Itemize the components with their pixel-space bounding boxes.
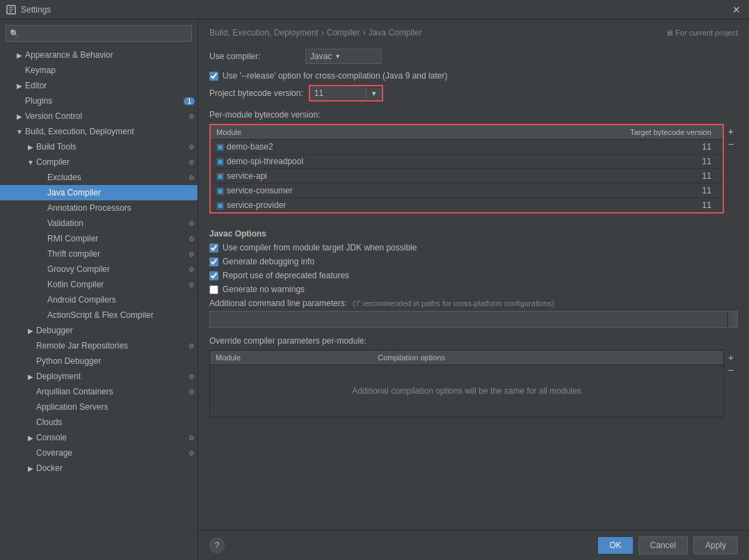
add-override-button[interactable]: + bbox=[725, 351, 736, 364]
sidebar-item-thrift[interactable]: Thrift compiler ⚙ bbox=[0, 246, 198, 262]
module-table-container: Module Target bytecode version ▣demo-bas… bbox=[209, 124, 724, 214]
sidebar-item-android[interactable]: Android Compilers bbox=[0, 292, 198, 307]
close-button[interactable]: ✕ bbox=[730, 3, 743, 17]
search-icon: 🔍 bbox=[10, 29, 19, 38]
sidebar-item-deployment[interactable]: ▶ Deployment ⚙ bbox=[0, 369, 198, 384]
release-label: Use '--release' option for cross-compila… bbox=[223, 71, 447, 81]
debug-label: Generate debugging info bbox=[223, 257, 314, 266]
module-version: 11 bbox=[467, 184, 723, 198]
module-icon: ▣ bbox=[216, 157, 224, 166]
table-row: ▣demo-spi-threadpool 11 bbox=[211, 154, 723, 169]
sidebar-item-validation[interactable]: Validation ⚙ bbox=[0, 216, 198, 231]
sidebar-item-java-compiler[interactable]: Java Compiler ⚙ bbox=[0, 185, 198, 200]
spacer bbox=[36, 310, 47, 321]
arrow-icon: ▶ bbox=[25, 371, 36, 382]
module-name: ▣service-api bbox=[211, 169, 467, 184]
override-label: Override compiler parameters per-module: bbox=[209, 336, 738, 346]
sidebar-item-remote-jar[interactable]: Remote Jar Repositories ⚙ bbox=[0, 338, 198, 353]
spacer bbox=[25, 417, 36, 428]
arrow-icon: ▶ bbox=[25, 463, 36, 474]
compiler-dropdown[interactable]: Javac ▼ bbox=[305, 49, 382, 64]
cmdline-row: Additional command line parameters: ('/'… bbox=[209, 298, 738, 308]
breadcrumb-sep1: › bbox=[321, 28, 324, 38]
config-icon: ⚙ bbox=[188, 235, 195, 243]
release-checkbox[interactable] bbox=[209, 72, 218, 81]
arrow-icon: ▶ bbox=[14, 80, 25, 91]
remove-module-button[interactable]: − bbox=[725, 138, 736, 150]
deprecated-checkbox[interactable] bbox=[209, 271, 218, 280]
module-version: 11 bbox=[467, 140, 723, 154]
module-table-wrapper: Module Target bytecode version ▣demo-bas… bbox=[209, 124, 738, 222]
sidebar: 🔍 ▶ Appearance & Behavior Keymap ▶ Edito… bbox=[0, 19, 198, 560]
cmdline-label: Additional command line parameters: bbox=[209, 298, 347, 308]
sidebar-item-compiler[interactable]: ▼ Compiler ⚙ bbox=[0, 154, 198, 170]
ok-button[interactable]: OK bbox=[598, 537, 632, 554]
sidebar-item-docker[interactable]: ▶ Docker bbox=[0, 461, 198, 476]
config-icon: ⚙ bbox=[188, 434, 195, 442]
help-button[interactable]: ? bbox=[209, 538, 225, 553]
sidebar-item-appearance[interactable]: ▶ Appearance & Behavior bbox=[0, 47, 198, 63]
add-module-button[interactable]: + bbox=[725, 125, 736, 138]
sidebar-item-coverage[interactable]: Coverage ⚙ bbox=[0, 445, 198, 461]
no-warnings-checkbox[interactable] bbox=[209, 285, 218, 294]
spacer bbox=[36, 187, 47, 198]
module-table: Module Target bytecode version ▣demo-bas… bbox=[211, 125, 723, 212]
config-icon: ⚙ bbox=[188, 449, 195, 457]
cmdline-input[interactable] bbox=[210, 312, 727, 327]
sidebar-item-excludes[interactable]: Excludes ⚙ bbox=[0, 170, 198, 185]
breadcrumb-project: 🖥 For current project bbox=[666, 29, 738, 37]
module-jdk-checkbox[interactable] bbox=[209, 243, 218, 253]
cmdline-hint: ('/' recommended in paths for cross-plat… bbox=[353, 299, 554, 307]
module-jdk-label: Use compiler from module target JDK when… bbox=[223, 243, 417, 253]
bytecode-dropdown-btn[interactable]: ▼ bbox=[366, 88, 382, 99]
table-row: ▣demo-base2 11 bbox=[211, 140, 723, 154]
arrow-icon: ▶ bbox=[25, 432, 36, 443]
sidebar-item-arquillian[interactable]: Arquillian Containers ⚙ bbox=[0, 384, 198, 399]
config-icon: ⚙ bbox=[188, 220, 195, 227]
spacer bbox=[14, 95, 25, 106]
table-row: ▣service-api 11 bbox=[211, 169, 723, 184]
debug-checkbox[interactable] bbox=[209, 257, 218, 266]
remove-override-button[interactable]: − bbox=[725, 364, 736, 376]
title-bar: Settings ✕ bbox=[0, 0, 749, 19]
sidebar-item-version-control[interactable]: ▶ Version Control ⚙ bbox=[0, 109, 198, 124]
sidebar-item-debugger[interactable]: ▶ Debugger bbox=[0, 323, 198, 338]
window-title: Settings bbox=[21, 5, 730, 15]
spacer bbox=[25, 386, 36, 397]
override-module-col: Module bbox=[210, 351, 372, 365]
sidebar-item-build-execution[interactable]: ▼ Build, Execution, Deployment bbox=[0, 124, 198, 139]
plugins-badge: 1 bbox=[184, 97, 195, 105]
sidebar-item-editor[interactable]: ▶ Editor bbox=[0, 78, 198, 93]
breadcrumb-part3: Java Compiler bbox=[369, 28, 422, 38]
sidebar-item-build-tools[interactable]: ▶ Build Tools ⚙ bbox=[0, 139, 198, 154]
sidebar-item-annotation[interactable]: Annotation Processors bbox=[0, 200, 198, 216]
bottom-bar: ? OK Cancel Apply bbox=[198, 530, 749, 560]
search-input[interactable] bbox=[6, 25, 192, 42]
sidebar-item-python-debugger[interactable]: Python Debugger bbox=[0, 353, 198, 369]
sidebar-item-console[interactable]: ▶ Console ⚙ bbox=[0, 430, 198, 445]
bytecode-input[interactable] bbox=[310, 86, 366, 100]
spacer bbox=[25, 447, 36, 458]
cancel-button[interactable]: Cancel bbox=[638, 536, 688, 554]
deprecated-label: Report use of deprecated features bbox=[223, 271, 349, 280]
sidebar-item-groovy[interactable]: Groovy Compiler ⚙ bbox=[0, 262, 198, 277]
arrow-icon: ▶ bbox=[14, 49, 25, 61]
compiler-row: Use compiler: Javac ▼ bbox=[209, 49, 738, 64]
sidebar-item-clouds[interactable]: Clouds bbox=[0, 415, 198, 430]
sidebar-item-kotlin[interactable]: Kotlin Compiler ⚙ bbox=[0, 277, 198, 292]
override-empty-msg: Additional compilation options will be t… bbox=[210, 365, 723, 417]
compiler-value: Javac bbox=[310, 51, 332, 61]
breadcrumb: Build, Execution, Deployment › Compiler … bbox=[198, 19, 749, 43]
content-body: Use compiler: Javac ▼ Use '--release' op… bbox=[198, 43, 749, 423]
sidebar-item-rmi[interactable]: RMI Compiler ⚙ bbox=[0, 231, 198, 246]
sidebar-item-keymap[interactable]: Keymap bbox=[0, 63, 198, 78]
sidebar-item-app-servers[interactable]: Application Servers bbox=[0, 399, 198, 415]
module-version: 11 bbox=[467, 198, 723, 213]
settings-icon bbox=[6, 4, 17, 15]
sidebar-item-actionscript[interactable]: ActionScript & Flex Compiler bbox=[0, 307, 198, 323]
spacer bbox=[14, 65, 25, 76]
table-row: ▣service-consumer 11 bbox=[211, 184, 723, 198]
sidebar-item-plugins[interactable]: Plugins 1 bbox=[0, 93, 198, 109]
apply-button[interactable]: Apply bbox=[693, 536, 738, 554]
module-icon: ▣ bbox=[216, 171, 224, 181]
